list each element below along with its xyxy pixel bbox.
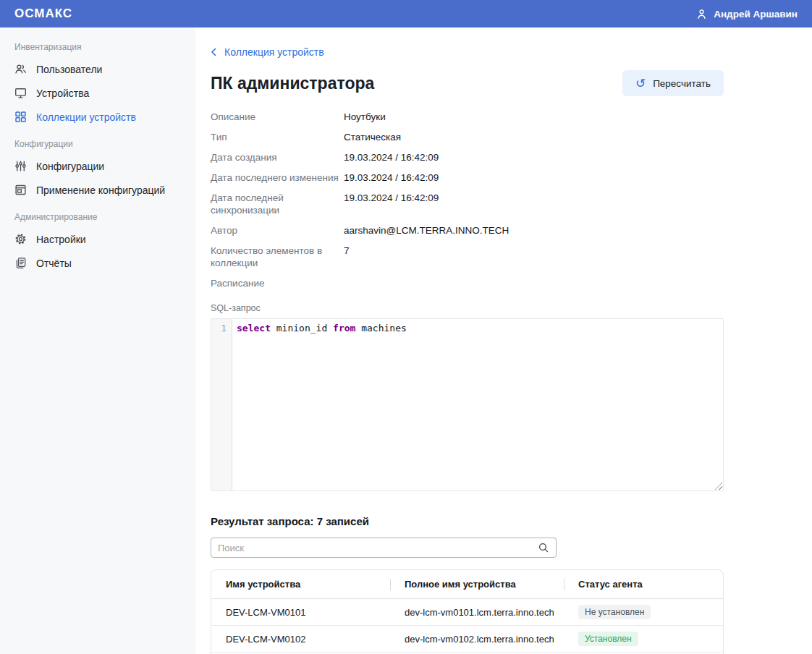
sidebar-item-device-collections[interactable]: Коллекции устройств	[0, 105, 195, 129]
device-name: DEV-LCM-VM0101	[211, 599, 390, 625]
monitor-icon	[14, 87, 27, 99]
grid-icon	[14, 111, 27, 123]
results-heading: Результат запроса: 7 записей	[211, 515, 724, 527]
device-fqdn: dev-lcm-vm0102.lcm.terra.inno.tech	[390, 626, 564, 652]
sql-text: minion_id	[271, 323, 333, 334]
collection-details: Описание Ноутбуки Тип Статическая Дата с…	[211, 111, 724, 289]
device-fqdn: dev-lcm-vm0101.lcm.terra.inno.tech	[390, 599, 564, 625]
sidebar-item-reports[interactable]: Отчёты	[0, 251, 195, 275]
users-icon	[14, 63, 27, 75]
sql-query-label: SQL-запрос	[211, 303, 724, 313]
sql-code-line[interactable]: select minion_id from machines	[232, 319, 407, 490]
user-name: Андрей Аршавин	[714, 9, 798, 20]
results-table: Имя устройства Полное имя устройства Ста…	[211, 569, 724, 654]
sidebar: Инвентаризация Пользователи Устройства	[0, 27, 195, 654]
report-icon	[14, 257, 27, 269]
sidebar-item-devices[interactable]: Устройства	[0, 81, 195, 105]
sidebar-item-settings[interactable]: Настройки	[0, 227, 195, 251]
sidebar-section-inventory: Инвентаризация	[0, 32, 195, 57]
detail-row-synced: Дата последней синхронизации 19.03.2024 …	[211, 192, 724, 216]
search-input[interactable]	[218, 543, 538, 553]
detail-label: Дата создания	[211, 151, 344, 164]
detail-label: Дата последнего изменения	[211, 171, 344, 184]
detail-value: 7	[344, 245, 350, 269]
recalculate-button[interactable]: ↺ Пересчитать	[622, 70, 724, 96]
detail-row-type: Тип Статическая	[211, 131, 724, 143]
sidebar-item-label: Пользователи	[36, 64, 102, 75]
detail-row-modified: Дата последнего изменения 19.03.2024 / 1…	[211, 171, 724, 184]
search-box	[211, 538, 557, 558]
status-badge: Не установлен	[578, 605, 651, 619]
detail-row-count: Количество элементов в коллекции 7	[211, 245, 724, 269]
sidebar-item-label: Коллекции устройств	[36, 111, 136, 123]
table-row[interactable]: DEV-LCM-VM0101 dev-lcm-vm0101.lcm.terra.…	[211, 599, 723, 626]
sql-keyword: from	[333, 323, 355, 334]
search-icon[interactable]	[538, 542, 549, 553]
detail-value: Ноутбуки	[344, 111, 386, 123]
chevron-left-icon	[211, 48, 217, 56]
top-bar: ОСМАКС Андрей Аршавин	[0, 0, 812, 27]
main-content: Коллекция устройств ПК администратора ↺ …	[195, 27, 812, 654]
sidebar-item-label: Устройства	[36, 88, 89, 99]
detail-row-author: Автор aarshavin@LCM.TERRA.INNO.TECH	[211, 224, 724, 237]
detail-value: 19.03.2024 / 16:42:09	[344, 171, 439, 184]
detail-value: 19.03.2024 / 16:42:09	[344, 192, 439, 216]
sidebar-item-configurations[interactable]: Конфигурации	[0, 154, 195, 178]
detail-label: Дата последней синхронизации	[211, 192, 344, 216]
detail-value: aarshavin@LCM.TERRA.INNO.TECH	[344, 224, 509, 237]
sql-text: machines	[355, 323, 406, 334]
table-header: Имя устройства Полное имя устройства Ста…	[211, 570, 723, 599]
refresh-icon: ↺	[635, 77, 646, 90]
line-number: 1	[221, 323, 227, 334]
breadcrumb-back-link[interactable]: Коллекция устройств	[211, 46, 324, 58]
sidebar-item-apply-configurations[interactable]: Применение конфигураций	[0, 178, 195, 202]
sidebar-item-label: Отчёты	[36, 258, 72, 269]
recalculate-label: Пересчитать	[653, 78, 711, 89]
page-title: ПК администратора	[211, 74, 374, 93]
breadcrumb-label: Коллекция устройств	[224, 46, 324, 58]
sql-editor[interactable]: 1 select minion_id from machines	[211, 318, 724, 491]
sidebar-section-configurations: Конфигурации	[0, 129, 195, 154]
sql-editor-gutter: 1	[211, 319, 232, 490]
user-menu[interactable]: Андрей Аршавин	[695, 8, 798, 20]
layout-icon	[14, 184, 27, 196]
sliders-icon	[14, 160, 27, 172]
detail-label: Автор	[211, 224, 344, 237]
detail-row-description: Описание Ноутбуки	[211, 111, 724, 123]
detail-label: Тип	[211, 131, 344, 143]
device-name: DEV-LCM-VM0102	[211, 626, 390, 652]
detail-value: 19.03.2024 / 16:42:09	[344, 151, 439, 164]
detail-value: Статическая	[344, 131, 401, 143]
detail-label: Описание	[211, 111, 344, 123]
sidebar-item-label: Конфигурации	[36, 161, 104, 172]
sidebar-section-administration: Администрирование	[0, 202, 195, 227]
app-logo: ОСМАКС	[14, 7, 72, 21]
table-row[interactable]: DEV-LCM-VM0102 dev-lcm-vm0102.lcm.terra.…	[211, 626, 723, 653]
detail-row-schedule: Расписание	[211, 277, 724, 289]
resize-handle[interactable]	[714, 482, 722, 490]
sidebar-item-users[interactable]: Пользователи	[0, 57, 195, 81]
column-header-agent-status: Статус агента	[564, 570, 724, 598]
status-badge: Установлен	[578, 632, 638, 646]
detail-label: Количество элементов в коллекции	[211, 245, 344, 269]
column-header-fqdn: Полное имя устройства	[390, 570, 564, 598]
column-header-device-name: Имя устройства	[211, 570, 390, 598]
sidebar-item-label: Настройки	[36, 234, 86, 245]
gear-icon	[14, 233, 27, 245]
sidebar-item-label: Применение конфигураций	[36, 184, 165, 196]
detail-row-created: Дата создания 19.03.2024 / 16:42:09	[211, 151, 724, 164]
user-icon	[695, 8, 708, 20]
sql-keyword: select	[237, 323, 271, 334]
detail-label: Расписание	[211, 277, 344, 289]
